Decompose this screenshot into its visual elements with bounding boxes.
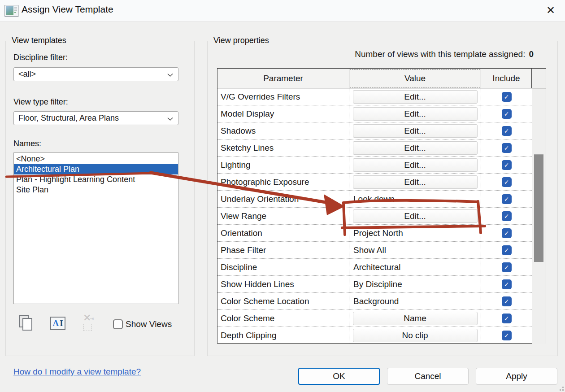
include-cell: ✓	[481, 88, 532, 105]
parameter-cell: Discipline	[217, 259, 349, 275]
table-row-sketchy-lines: Sketchy LinesEdit...✓	[217, 139, 532, 157]
value-cell[interactable]: Background	[349, 293, 481, 309]
include-checkbox-checked[interactable]: ✓	[502, 331, 512, 340]
discipline-filter-label: Discipline filter:	[13, 53, 68, 62]
parameter-cell: Phase Filter	[217, 242, 349, 258]
v-g-overrides-filters-value-button[interactable]: Edit...	[353, 90, 478, 104]
column-header-include: Include	[481, 69, 532, 88]
table-row-show-hidden-lines: Show Hidden LinesBy Discipline✓	[217, 276, 532, 293]
include-checkbox-checked[interactable]: ✓	[502, 109, 512, 119]
app-icon	[4, 5, 18, 17]
lighting-value-button[interactable]: Edit...	[353, 158, 478, 172]
include-checkbox-checked[interactable]: ✓	[502, 194, 512, 204]
depth-clipping-value-button[interactable]: No clip	[353, 329, 478, 342]
value-cell[interactable]: By Discipline	[349, 276, 481, 292]
parameter-cell: V/G Overrides Filters	[217, 88, 349, 105]
color-scheme-value-button[interactable]: Name	[353, 312, 478, 325]
chevron-down-icon	[167, 117, 173, 121]
list-item-none[interactable]: <None>	[14, 154, 178, 164]
include-cell: ✓	[481, 225, 532, 241]
value-cell: Name	[349, 310, 481, 327]
include-checkbox-checked[interactable]: ✓	[502, 92, 512, 102]
table-row-underlay-orientation: Underlay OrientationLook down✓	[217, 191, 532, 208]
table-row-shadows: ShadowsEdit...✓	[217, 122, 532, 139]
column-header-value: Value	[349, 69, 481, 88]
value-cell[interactable]: Look down	[349, 191, 481, 207]
column-header-parameter: Parameter	[217, 69, 349, 88]
include-checkbox-checked[interactable]: ✓	[502, 177, 512, 187]
list-item-architectural-plan[interactable]: Architectural Plan	[14, 164, 178, 174]
parameter-cell: Lighting	[217, 157, 349, 173]
include-checkbox-checked[interactable]: ✓	[502, 245, 512, 255]
include-cell: ✓	[481, 242, 532, 258]
value-cell[interactable]: Project North	[349, 225, 481, 241]
parameter-cell: Color Scheme Location	[217, 293, 349, 309]
assigned-views-count: Number of views with this template assig…	[355, 49, 534, 59]
discipline-filter-value: <all>	[18, 70, 36, 79]
table-row-discipline: DisciplineArchitectural✓	[217, 259, 532, 276]
window-title: Assign View Template	[22, 4, 113, 15]
apply-button[interactable]: Apply	[476, 368, 557, 385]
include-checkbox-checked[interactable]: ✓	[502, 279, 512, 289]
value-cell: Edit...	[349, 105, 481, 122]
vertical-scrollbar-thumb[interactable]	[534, 154, 543, 262]
discipline-filter-dropdown[interactable]: <all>	[13, 67, 178, 81]
chevron-down-icon	[167, 73, 173, 77]
view-type-filter-value: Floor, Structural, Area Plans	[18, 113, 119, 123]
title-bar: Assign View Template ✕	[0, 0, 565, 22]
view-type-filter-dropdown[interactable]: Floor, Structural, Area Plans	[13, 111, 178, 125]
parameter-cell: Sketchy Lines	[217, 139, 349, 156]
view-templates-group-label: View templates	[9, 36, 69, 45]
include-cell: ✓	[481, 191, 532, 207]
include-checkbox-checked[interactable]: ✓	[502, 126, 512, 136]
photographic-exposure-value-button[interactable]: Edit...	[353, 175, 478, 189]
include-cell: ✓	[481, 310, 532, 327]
close-icon[interactable]: ✕	[543, 3, 559, 18]
resize-grip[interactable]	[556, 383, 564, 391]
help-link[interactable]: How do I modify a view template?	[13, 367, 141, 377]
list-item-site-plan[interactable]: Site Plan	[14, 185, 178, 195]
include-checkbox-checked[interactable]: ✓	[502, 160, 512, 170]
show-views-checkbox[interactable]	[113, 319, 123, 329]
list-item-plan-highlight-learning-content[interactable]: Plan - Highlight Learning Content	[14, 174, 178, 185]
value-cell: Edit...	[349, 122, 481, 139]
model-display-value-button[interactable]: Edit...	[353, 107, 478, 121]
include-checkbox-checked[interactable]: ✓	[502, 211, 512, 221]
include-cell: ✓	[481, 122, 532, 139]
table-row-v-g-overrides-filters: V/G Overrides FiltersEdit...✓	[217, 88, 532, 105]
include-checkbox-checked[interactable]: ✓	[502, 262, 512, 272]
header-filler	[532, 69, 546, 88]
vertical-scrollbar-track[interactable]	[532, 88, 546, 344]
duplicate-template-button[interactable]	[19, 315, 35, 333]
include-cell: ✓	[481, 174, 532, 190]
value-cell[interactable]: Show All	[349, 242, 481, 258]
ok-button[interactable]: OK	[298, 368, 380, 385]
rename-template-button[interactable]: A I	[50, 317, 65, 330]
value-cell[interactable]: Architectural	[349, 259, 481, 275]
table-row-depth-clipping: Depth ClippingNo clip✓	[217, 327, 532, 344]
view-range-value-button[interactable]: Edit...	[353, 209, 478, 223]
value-cell: Edit...	[349, 139, 481, 156]
sketchy-lines-value-button[interactable]: Edit...	[353, 141, 478, 155]
table-row-lighting: LightingEdit...✓	[217, 157, 532, 174]
parameter-cell: Underlay Orientation	[217, 191, 349, 207]
value-cell: Edit...	[349, 88, 481, 105]
table-row-phase-filter: Phase FilterShow All✓	[217, 242, 532, 259]
value-cell: Edit...	[349, 174, 481, 190]
cancel-button[interactable]: Cancel	[387, 368, 469, 385]
assigned-count-value: 0	[529, 49, 534, 59]
include-cell: ✓	[481, 276, 532, 292]
table-row-orientation: OrientationProject North✓	[217, 225, 532, 242]
parameter-cell: Shadows	[217, 122, 349, 139]
delete-template-button-disabled[interactable]: ✕ ⇥	[80, 314, 95, 332]
assign-view-template-dialog: Assign View Template ✕ View templates Di…	[0, 0, 565, 392]
names-label: Names:	[13, 139, 41, 148]
include-checkbox-checked[interactable]: ✓	[502, 296, 512, 306]
include-checkbox-checked[interactable]: ✓	[502, 228, 512, 238]
include-checkbox-checked[interactable]: ✓	[502, 143, 512, 153]
shadows-value-button[interactable]: Edit...	[353, 124, 478, 138]
parameter-cell: Depth Clipping	[217, 327, 349, 344]
value-cell: No clip	[349, 327, 481, 344]
include-checkbox-checked[interactable]: ✓	[502, 314, 512, 323]
include-cell: ✓	[481, 327, 532, 344]
